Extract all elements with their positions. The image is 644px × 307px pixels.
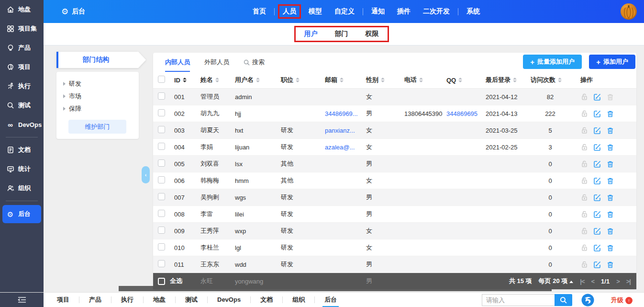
table-row[interactable]: 006 韩梅梅 hmm 其他 女 0 bbox=[153, 172, 636, 189]
sidebar-item-project[interactable]: 项目 bbox=[0, 57, 44, 77]
lock-icon[interactable] bbox=[580, 126, 588, 135]
column-header-last-login[interactable]: 最后登录 bbox=[486, 76, 511, 84]
tab-users[interactable]: 用户 bbox=[304, 30, 318, 38]
trash-icon[interactable] bbox=[606, 177, 614, 185]
cell-email[interactable]: azalea@... bbox=[322, 144, 363, 151]
column-header-name[interactable]: 姓名 bbox=[200, 76, 213, 84]
table-row[interactable]: 007 吴狗剩 wgs 研发 男 0 bbox=[153, 189, 636, 206]
sort-icon[interactable] bbox=[558, 78, 562, 82]
next-page-button[interactable]: > bbox=[616, 278, 620, 285]
sort-icon[interactable] bbox=[256, 78, 260, 82]
nav-item-custom[interactable]: 自定义 bbox=[328, 5, 361, 18]
edit-icon[interactable] bbox=[593, 160, 601, 168]
trash-icon[interactable] bbox=[606, 160, 614, 168]
bottom-nav-project[interactable]: 项目 bbox=[47, 293, 79, 307]
cell-qq[interactable]: 344869695 bbox=[444, 110, 483, 117]
column-header-gender[interactable]: 性别 bbox=[366, 76, 378, 84]
row-checkbox[interactable] bbox=[158, 126, 165, 133]
row-checkbox[interactable] bbox=[158, 92, 165, 100]
row-checkbox[interactable] bbox=[158, 243, 165, 250]
edit-icon[interactable] bbox=[593, 110, 601, 118]
edit-icon[interactable] bbox=[593, 210, 601, 218]
column-header-username[interactable]: 用户名 bbox=[235, 76, 254, 84]
last-page-button[interactable]: >| bbox=[626, 278, 631, 285]
row-checkbox[interactable] bbox=[158, 143, 165, 150]
trash-icon[interactable] bbox=[606, 244, 614, 252]
lock-icon[interactable] bbox=[580, 227, 588, 235]
sidebar-item-org[interactable]: 组织 bbox=[0, 179, 44, 198]
sort-icon[interactable] bbox=[215, 78, 219, 82]
sort-icon[interactable] bbox=[183, 78, 187, 82]
trash-icon[interactable] bbox=[606, 93, 614, 101]
column-header-qq[interactable]: QQ bbox=[446, 77, 456, 84]
trash-icon[interactable] bbox=[606, 261, 614, 269]
edit-icon[interactable] bbox=[593, 126, 601, 135]
tree-item-rd[interactable]: 研发 bbox=[63, 78, 139, 90]
bottom-nav-product[interactable]: 产品 bbox=[79, 293, 111, 307]
table-row[interactable]: 003 胡夏天 hxt 研发 panxianz... 女 2021-03-25 … bbox=[153, 122, 636, 139]
bottom-menu-fold-button[interactable] bbox=[0, 293, 44, 307]
nav-item-notice[interactable]: 通知 bbox=[365, 5, 391, 18]
column-header-email[interactable]: 邮箱 bbox=[325, 76, 337, 84]
bottom-nav-devops[interactable]: DevOps bbox=[208, 293, 250, 307]
edit-icon[interactable] bbox=[593, 177, 601, 185]
row-checkbox[interactable] bbox=[158, 176, 165, 183]
lock-icon[interactable] bbox=[580, 93, 588, 101]
sort-icon[interactable] bbox=[513, 78, 517, 82]
tab-search[interactable]: 搜索 bbox=[244, 53, 265, 72]
sort-icon[interactable] bbox=[458, 78, 462, 82]
bottom-nav-dashboard[interactable]: 地盘 bbox=[144, 293, 175, 307]
table-row[interactable]: 001 管理员 admin 女 2021-04-12 82 bbox=[153, 89, 636, 105]
row-checkbox[interactable] bbox=[158, 159, 165, 167]
table-row[interactable]: 002 胡九九 hjj 34486969... 男 13806445390 34… bbox=[153, 105, 636, 122]
lock-icon[interactable] bbox=[580, 244, 588, 252]
trash-icon[interactable] bbox=[606, 110, 614, 118]
maintain-dept-button[interactable]: 维护部门 bbox=[68, 120, 126, 134]
table-row[interactable]: 008 李雷 lilei 研发 男 0 bbox=[153, 206, 636, 223]
sidebar-item-devops[interactable]: ∞ DevOps bbox=[0, 115, 44, 134]
batch-add-user-button[interactable]: + 批量添加用户 bbox=[523, 55, 582, 69]
bottom-nav-execution[interactable]: 执行 bbox=[111, 293, 143, 307]
edit-icon[interactable] bbox=[593, 244, 601, 252]
bottom-nav-admin[interactable]: 后台 bbox=[315, 293, 346, 307]
lock-icon[interactable] bbox=[580, 261, 588, 269]
table-row[interactable]: 009 王秀萍 wxp 研发 女 0 bbox=[153, 223, 636, 239]
tab-departments[interactable]: 部门 bbox=[335, 30, 348, 38]
first-page-button[interactable]: |< bbox=[580, 278, 584, 285]
nav-item-dev[interactable]: 二次开发 bbox=[417, 5, 456, 18]
row-checkbox[interactable] bbox=[158, 260, 165, 267]
nav-item-system[interactable]: 系统 bbox=[460, 5, 486, 18]
search-button[interactable] bbox=[555, 294, 572, 306]
sidebar-item-project-set[interactable]: 项目集 bbox=[0, 19, 44, 38]
sort-icon[interactable] bbox=[381, 78, 385, 82]
bottom-nav-test[interactable]: 测试 bbox=[176, 293, 207, 307]
add-user-button[interactable]: + 添加用户 bbox=[589, 55, 635, 69]
edit-icon[interactable] bbox=[593, 261, 601, 269]
nav-item-model[interactable]: 模型 bbox=[302, 5, 328, 18]
trash-icon[interactable] bbox=[606, 227, 614, 235]
sidebar-item-execution[interactable]: 执行 bbox=[0, 77, 44, 96]
nav-item-plugin[interactable]: 插件 bbox=[391, 5, 417, 18]
zentao-logo-icon[interactable] bbox=[581, 294, 594, 307]
user-avatar[interactable] bbox=[621, 3, 637, 20]
upgrade-link[interactable]: 升级 ↑ bbox=[611, 296, 633, 305]
edit-icon[interactable] bbox=[593, 143, 601, 151]
nav-item-people[interactable]: 人员 bbox=[278, 4, 301, 19]
sidebar-item-test[interactable]: 测试 bbox=[0, 96, 44, 115]
prev-page-button[interactable]: < bbox=[591, 278, 595, 285]
lock-icon[interactable] bbox=[580, 177, 588, 185]
lock-icon[interactable] bbox=[580, 143, 588, 151]
cell-email[interactable]: panxianz... bbox=[322, 127, 363, 134]
cell-email[interactable]: 34486969... bbox=[322, 110, 363, 117]
column-header-phone[interactable]: 电话 bbox=[404, 76, 417, 84]
lock-icon[interactable] bbox=[580, 160, 588, 168]
trash-icon[interactable] bbox=[606, 143, 614, 151]
edit-icon[interactable] bbox=[593, 193, 601, 202]
trash-icon[interactable] bbox=[606, 193, 614, 202]
column-header-visits[interactable]: 访问次数 bbox=[531, 76, 555, 84]
table-row[interactable]: 005 刘双喜 lsx 其他 男 0 bbox=[153, 156, 636, 172]
sidebar-item-admin[interactable]: ⚙ 后台 bbox=[2, 205, 41, 223]
tab-external-users[interactable]: 外部人员 bbox=[204, 53, 229, 72]
sidebar-item-stats[interactable]: 统计 bbox=[0, 159, 44, 179]
table-row[interactable]: 011 王东东 wdd 研发 男 0 bbox=[153, 256, 636, 273]
